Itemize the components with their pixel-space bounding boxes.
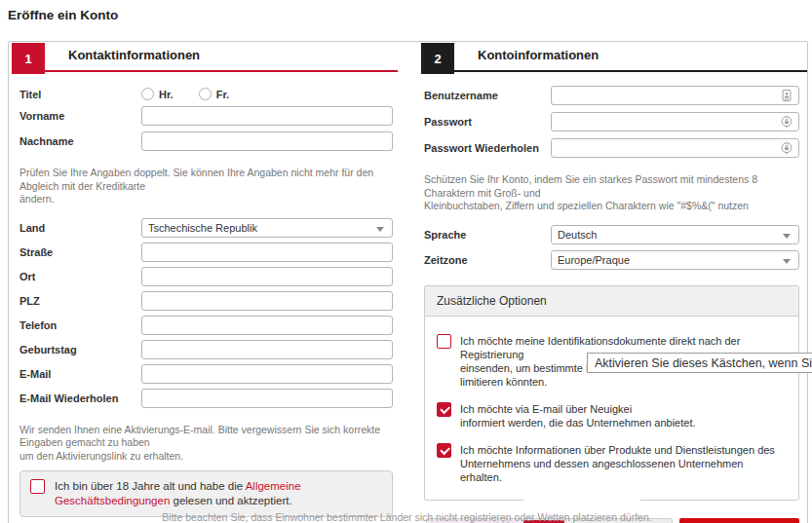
lock-circle-icon <box>780 115 793 129</box>
ort-input[interactable] <box>141 267 393 286</box>
section-account-rule <box>421 70 807 72</box>
age-terms-text: Ich bin über 18 Jahre alt und habe die A… <box>55 479 382 508</box>
lock-circle-icon <box>780 141 793 155</box>
vorname-input[interactable] <box>141 106 393 126</box>
passwort-repeat-row: Passwort Wiederholen <box>421 138 807 158</box>
geburtstag-input[interactable] <box>141 340 393 359</box>
tooltip-shadow <box>587 372 706 381</box>
radio-hr-label: Hr. <box>159 89 174 100</box>
passwort-repeat-input[interactable] <box>551 138 799 158</box>
id-card-icon <box>780 89 793 102</box>
tooltip-remnant <box>523 494 640 506</box>
passwort-input[interactable] <box>551 112 799 131</box>
additional-options-items: Ich möchte meine Identifikationsdokument… <box>425 317 798 500</box>
sprache-row: Sprache Deutsch <box>421 225 807 244</box>
email-repeat-input[interactable] <box>141 389 393 408</box>
passwort-label: Passwort <box>424 116 551 128</box>
sprache-select[interactable]: Deutsch <box>551 225 799 244</box>
benutzername-label: Benutzername <box>424 90 551 101</box>
chevron-down-icon <box>376 227 384 232</box>
age-terms-box: Ich bin über 18 Jahre alt und habe die A… <box>19 470 393 517</box>
sprache-label: Sprache <box>424 229 551 241</box>
section-account: 2 Kontoinformationen Benutzername Passwo… <box>421 43 807 523</box>
telefon-label: Telefon <box>19 319 141 331</box>
credit-card-note: Prüfen Sie Ihre Angaben doppelt. Sie kön… <box>12 167 398 206</box>
option-news-email-text: Ich möchte via E-mail über Neuigkei info… <box>460 402 696 430</box>
section-account-title: Kontoinformationen <box>478 48 599 62</box>
vorname-row: Vorname <box>12 106 398 126</box>
option-documents-checkbox[interactable] <box>437 334 451 349</box>
email-label: E-Mail <box>19 368 141 380</box>
telefon-row: Telefon <box>12 316 398 335</box>
email-repeat-label: E-Mail Wiederholen <box>19 392 141 404</box>
email-repeat-row: E-Mail Wiederholen <box>12 389 398 408</box>
zeitzone-row: Zeitzone Europe/Praque <box>421 250 807 270</box>
radio-fr-circle[interactable] <box>199 88 212 100</box>
option-news-email-checkbox[interactable] <box>437 402 451 417</box>
radio-hr-circle[interactable] <box>141 88 154 100</box>
passwort-row: Passwort <box>421 112 807 131</box>
benutzername-row: Benutzername <box>421 86 807 105</box>
option-products-info-text: Ich möchte Informationen über Produkte u… <box>460 443 787 484</box>
plz-label: PLZ <box>19 295 141 307</box>
zeitzone-label: Zeitzone <box>424 254 551 266</box>
ort-row: Ort <box>12 267 398 286</box>
land-label: Land <box>19 222 141 234</box>
nachname-input[interactable] <box>141 131 393 151</box>
plz-input[interactable] <box>141 291 393 311</box>
titel-radio-group: Hr. Fr. <box>141 88 229 100</box>
email-input[interactable] <box>141 364 393 384</box>
land-select-value: Tschechische Republik <box>148 222 257 234</box>
strasse-row: Straße <box>12 243 398 262</box>
page-title: Eröffne ein Konto <box>8 8 118 22</box>
passwort-repeat-label: Passwort Wiederholen <box>424 142 551 154</box>
radio-fr[interactable]: Fr. <box>199 88 229 100</box>
email-row: E-Mail <box>12 364 398 384</box>
vorname-label: Vorname <box>19 110 141 122</box>
geburtstag-label: Geburtstag <box>19 344 141 355</box>
strasse-label: Straße <box>19 246 141 258</box>
section-contact: 1 Kontaktinformationen Titel Hr. Fr. Vor… <box>12 43 398 517</box>
age-terms-checkbox[interactable] <box>30 479 45 494</box>
option-products-info-checkbox[interactable] <box>437 443 451 458</box>
checkbox-tooltip: Aktivieren Sie dieses Kästchen, wenn Sie <box>587 353 812 373</box>
benutzername-input[interactable] <box>551 86 799 105</box>
option-news-email: Ich möchte via E-mail über Neuigkei info… <box>437 402 787 430</box>
land-select[interactable]: Tschechische Republik <box>141 218 393 238</box>
land-row: Land Tschechische Republik <box>12 218 398 238</box>
section-contact-rule <box>12 70 398 72</box>
ort-label: Ort <box>19 271 141 282</box>
nachname-label: Nachname <box>19 135 141 147</box>
section-contact-number: 1 <box>12 43 45 74</box>
password-strength-note: Schützen Sie Ihr Konto, indem Sie ein st… <box>421 173 807 213</box>
section-contact-title: Kontaktinformationen <box>68 48 200 62</box>
chevron-down-icon <box>783 259 791 264</box>
chevron-down-icon <box>783 234 791 239</box>
geburtstag-row: Geburtstag <box>12 340 398 359</box>
zeitzone-select[interactable]: Europe/Praque <box>551 250 799 270</box>
section-account-number: 2 <box>421 43 454 74</box>
radio-fr-label: Fr. <box>216 89 229 100</box>
zeitzone-select-value: Europe/Praque <box>558 254 630 266</box>
additional-options-box: Zusätzliche Optionen Ich möchte meine Id… <box>424 285 799 501</box>
additional-options-title: Zusätzliche Optionen <box>425 286 798 317</box>
titel-row: Titel Hr. Fr. <box>12 88 398 100</box>
strasse-input[interactable] <box>141 243 393 262</box>
radio-hr[interactable]: Hr. <box>141 88 174 100</box>
titel-label: Titel <box>19 89 141 100</box>
section-contact-header: 1 Kontaktinformationen <box>12 43 398 74</box>
sprache-select-value: Deutsch <box>558 229 597 241</box>
telefon-input[interactable] <box>141 316 393 335</box>
plz-row: PLZ <box>12 291 398 311</box>
section-account-header: 2 Kontoinformationen <box>421 43 807 74</box>
footer-country-note: Bitte beachten Sie, dass Einwohner besti… <box>8 511 806 523</box>
activation-email-note: Wir senden Ihnen eine Aktivierungs-E-mai… <box>12 424 398 464</box>
option-products-info: Ich möchte Informationen über Produkte u… <box>437 443 787 484</box>
nachname-row: Nachname <box>12 131 398 151</box>
